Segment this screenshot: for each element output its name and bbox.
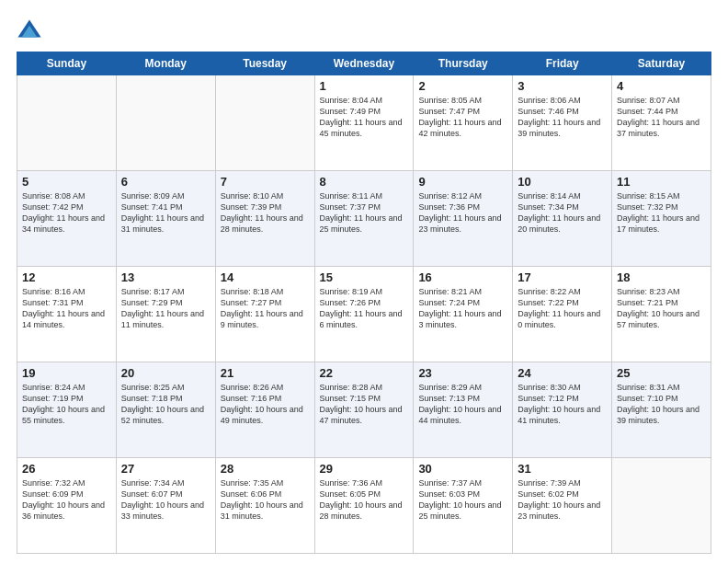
calendar-cell [116,75,215,171]
calendar-cell: 18Sunrise: 8:23 AM Sunset: 7:21 PM Dayli… [612,267,711,362]
day-info: Sunrise: 8:18 AM Sunset: 7:27 PM Dayligh… [221,286,310,331]
logo-icon [17,17,42,42]
calendar-cell: 16Sunrise: 8:21 AM Sunset: 7:24 PM Dayli… [414,267,513,362]
logo [17,17,46,42]
calendar-cell: 15Sunrise: 8:19 AM Sunset: 7:26 PM Dayli… [314,267,414,362]
day-number: 10 [518,175,607,189]
calendar-cell: 9Sunrise: 8:12 AM Sunset: 7:36 PM Daylig… [414,171,513,267]
day-number: 3 [518,79,607,93]
calendar-week-row: 19Sunrise: 8:24 AM Sunset: 7:19 PM Dayli… [17,362,711,458]
day-number: 18 [617,270,706,284]
calendar-cell: 3Sunrise: 8:06 AM Sunset: 7:46 PM Daylig… [513,75,612,171]
day-number: 17 [518,270,607,284]
day-info: Sunrise: 8:07 AM Sunset: 7:44 PM Dayligh… [617,95,706,140]
calendar-cell [215,75,314,171]
calendar-cell: 8Sunrise: 8:11 AM Sunset: 7:37 PM Daylig… [314,171,414,267]
day-number: 16 [418,270,507,284]
day-number: 20 [121,366,210,380]
calendar-cell: 2Sunrise: 8:05 AM Sunset: 7:47 PM Daylig… [414,75,513,171]
day-number: 29 [320,462,409,476]
calendar-cell [17,75,117,171]
day-number: 22 [320,366,409,380]
day-info: Sunrise: 8:30 AM Sunset: 7:12 PM Dayligh… [518,382,607,427]
day-info: Sunrise: 8:26 AM Sunset: 7:16 PM Dayligh… [221,382,310,427]
day-info: Sunrise: 8:23 AM Sunset: 7:21 PM Dayligh… [617,286,706,331]
calendar-cell: 6Sunrise: 8:09 AM Sunset: 7:41 PM Daylig… [116,171,215,267]
calendar-day-header: Friday [513,52,612,75]
day-number: 7 [221,175,310,189]
day-number: 6 [121,175,210,189]
day-number: 8 [320,175,409,189]
day-number: 5 [22,175,111,189]
day-info: Sunrise: 8:09 AM Sunset: 7:41 PM Dayligh… [121,190,210,236]
calendar-cell: 5Sunrise: 8:08 AM Sunset: 7:42 PM Daylig… [17,171,117,267]
day-info: Sunrise: 8:08 AM Sunset: 7:42 PM Dayligh… [22,190,111,236]
day-number: 2 [418,79,507,93]
day-info: Sunrise: 8:22 AM Sunset: 7:22 PM Dayligh… [518,286,607,331]
calendar-day-header: Wednesday [314,52,414,75]
day-number: 4 [617,79,706,93]
day-info: Sunrise: 8:10 AM Sunset: 7:39 PM Dayligh… [221,190,310,236]
calendar-cell: 7Sunrise: 8:10 AM Sunset: 7:39 PM Daylig… [215,171,314,267]
day-info: Sunrise: 8:16 AM Sunset: 7:31 PM Dayligh… [22,286,111,331]
calendar-cell: 21Sunrise: 8:26 AM Sunset: 7:16 PM Dayli… [215,362,314,458]
calendar-cell: 28Sunrise: 7:35 AM Sunset: 6:06 PM Dayli… [215,458,314,554]
calendar-cell: 26Sunrise: 7:32 AM Sunset: 6:09 PM Dayli… [17,458,117,554]
calendar-week-row: 26Sunrise: 7:32 AM Sunset: 6:09 PM Dayli… [17,458,711,554]
day-info: Sunrise: 7:35 AM Sunset: 6:06 PM Dayligh… [221,477,310,523]
calendar-cell: 14Sunrise: 8:18 AM Sunset: 7:27 PM Dayli… [215,267,314,362]
day-number: 21 [221,366,310,380]
day-number: 15 [320,270,409,284]
day-number: 14 [221,270,310,284]
day-number: 23 [418,366,507,380]
calendar-cell: 19Sunrise: 8:24 AM Sunset: 7:19 PM Dayli… [17,362,117,458]
calendar-cell [612,458,711,554]
day-info: Sunrise: 8:25 AM Sunset: 7:18 PM Dayligh… [121,382,210,427]
day-number: 26 [22,462,111,476]
calendar-cell: 25Sunrise: 8:31 AM Sunset: 7:10 PM Dayli… [612,362,711,458]
calendar-cell: 4Sunrise: 8:07 AM Sunset: 7:44 PM Daylig… [612,75,711,171]
day-info: Sunrise: 7:34 AM Sunset: 6:07 PM Dayligh… [121,477,210,523]
day-info: Sunrise: 8:14 AM Sunset: 7:34 PM Dayligh… [518,190,607,236]
day-info: Sunrise: 8:19 AM Sunset: 7:26 PM Dayligh… [320,286,409,331]
day-number: 9 [418,175,507,189]
page: SundayMondayTuesdayWednesdayThursdayFrid… [0,0,728,563]
day-info: Sunrise: 8:05 AM Sunset: 7:47 PM Dayligh… [418,95,507,140]
day-number: 25 [617,366,706,380]
day-number: 24 [518,366,607,380]
day-number: 12 [22,270,111,284]
calendar-day-header: Thursday [414,52,513,75]
calendar-cell: 11Sunrise: 8:15 AM Sunset: 7:32 PM Dayli… [612,171,711,267]
calendar-cell: 30Sunrise: 7:37 AM Sunset: 6:03 PM Dayli… [414,458,513,554]
day-info: Sunrise: 8:28 AM Sunset: 7:15 PM Dayligh… [320,382,409,427]
day-number: 27 [121,462,210,476]
day-number: 28 [221,462,310,476]
day-info: Sunrise: 8:04 AM Sunset: 7:49 PM Dayligh… [320,95,409,140]
calendar-week-row: 12Sunrise: 8:16 AM Sunset: 7:31 PM Dayli… [17,267,711,362]
calendar-day-header: Saturday [612,52,711,75]
day-info: Sunrise: 8:17 AM Sunset: 7:29 PM Dayligh… [121,286,210,331]
calendar-day-header: Sunday [17,52,117,75]
day-number: 11 [617,175,706,189]
calendar-cell: 1Sunrise: 8:04 AM Sunset: 7:49 PM Daylig… [314,75,414,171]
day-number: 31 [518,462,607,476]
day-number: 30 [418,462,507,476]
day-info: Sunrise: 8:21 AM Sunset: 7:24 PM Dayligh… [418,286,507,331]
day-info: Sunrise: 8:06 AM Sunset: 7:46 PM Dayligh… [518,95,607,140]
calendar-cell: 22Sunrise: 8:28 AM Sunset: 7:15 PM Dayli… [314,362,414,458]
calendar-cell: 24Sunrise: 8:30 AM Sunset: 7:12 PM Dayli… [513,362,612,458]
calendar-cell: 10Sunrise: 8:14 AM Sunset: 7:34 PM Dayli… [513,171,612,267]
calendar: SundayMondayTuesdayWednesdayThursdayFrid… [17,52,711,554]
day-number: 19 [22,366,111,380]
calendar-cell: 13Sunrise: 8:17 AM Sunset: 7:29 PM Dayli… [116,267,215,362]
header [17,17,711,42]
calendar-cell: 23Sunrise: 8:29 AM Sunset: 7:13 PM Dayli… [414,362,513,458]
calendar-cell: 17Sunrise: 8:22 AM Sunset: 7:22 PM Dayli… [513,267,612,362]
day-info: Sunrise: 7:39 AM Sunset: 6:02 PM Dayligh… [518,477,607,523]
day-info: Sunrise: 7:37 AM Sunset: 6:03 PM Dayligh… [418,477,507,523]
calendar-week-row: 5Sunrise: 8:08 AM Sunset: 7:42 PM Daylig… [17,171,711,267]
calendar-week-row: 1Sunrise: 8:04 AM Sunset: 7:49 PM Daylig… [17,75,711,171]
day-number: 13 [121,270,210,284]
day-info: Sunrise: 8:11 AM Sunset: 7:37 PM Dayligh… [320,190,409,236]
day-number: 1 [320,79,409,93]
